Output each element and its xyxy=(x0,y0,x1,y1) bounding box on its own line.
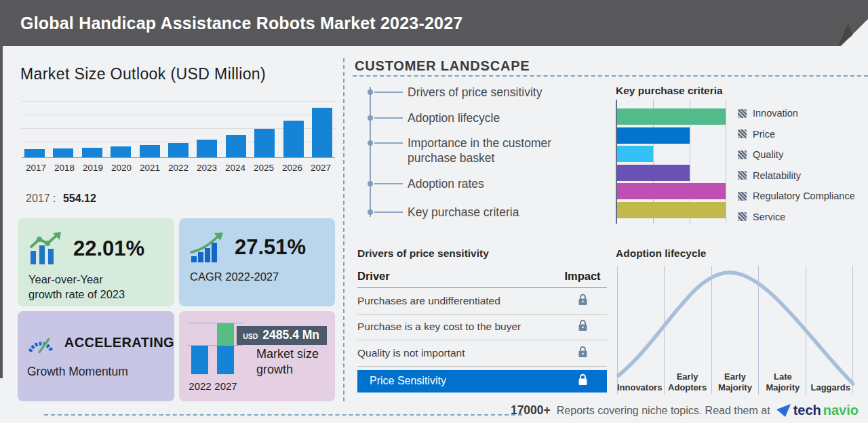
price-sensitivity-title: Drivers of price sensitivity xyxy=(357,247,489,260)
year-tick-2019: 2019 xyxy=(81,163,104,173)
year-tick-2026: 2026 xyxy=(281,163,304,173)
legend-swatch-icon xyxy=(738,212,747,221)
year-tick-2025: 2025 xyxy=(252,163,275,173)
criteria-bar-regulatory-compliance xyxy=(617,183,726,199)
year-tick-2018: 2018 xyxy=(53,163,76,173)
currency-label: USD xyxy=(243,332,258,340)
market-year-axis: 2017201820192020202120222023202420252026… xyxy=(24,163,332,173)
legend-swatch-icon xyxy=(738,129,747,138)
driver-label: Quality is not important xyxy=(357,347,465,359)
header-banner: Global Handicap Assistance Robots Market… xyxy=(0,0,868,46)
price-sensitivity-highlight-row: Price Sensitivity xyxy=(357,370,607,392)
legend-item: Price xyxy=(738,124,855,145)
technavio-triangle-icon xyxy=(776,404,791,418)
left-edge-strip xyxy=(0,46,3,378)
mini-bar-2022 xyxy=(191,346,208,374)
list-connector xyxy=(374,142,403,144)
page-title: Global Handicap Assistance Robots Market… xyxy=(20,14,462,33)
criteria-bar-price xyxy=(617,127,690,144)
key-purchase-criteria-chart xyxy=(616,100,726,224)
legend-swatch-icon xyxy=(738,109,747,118)
mini-year-2027: 2027 xyxy=(212,380,239,392)
vertical-divider xyxy=(343,58,344,401)
list-connector xyxy=(374,212,403,213)
momentum-label: Growth Momentum xyxy=(18,357,174,380)
legend-label: Service xyxy=(753,212,785,222)
legend-label: Regulatory Compliance xyxy=(753,190,855,201)
report-count: 17000+ xyxy=(511,403,551,418)
landscape-item-label: Importance in the customer purchase bask… xyxy=(408,136,601,166)
page-curl-decoration xyxy=(827,0,868,46)
mini-year-2022: 2022 xyxy=(186,380,214,392)
market-bar-2024 xyxy=(226,135,246,157)
market-bar-2018 xyxy=(53,148,73,157)
market-bar-2025 xyxy=(254,129,275,157)
cagr-value: 27.51% xyxy=(235,235,306,260)
legend-label: Relatability xyxy=(753,170,801,181)
market-outlook-title: Market Size Outlook (USD Million) xyxy=(20,65,266,83)
market-size-bar-chart xyxy=(22,94,335,158)
landscape-item: Key purchase criteria xyxy=(355,205,519,220)
incremental-value: 2485.4 Mn xyxy=(262,328,319,342)
legend-label: Innovation xyxy=(753,108,798,119)
price-sensitivity-table: Driver Impact Purchases are undifferenti… xyxy=(357,270,607,392)
year-tick-2017: 2017 xyxy=(24,163,47,173)
incremental-growth-card: 2022 2027 USD 2485.4 Mn Market size grow… xyxy=(179,311,335,401)
momentum-value: ACCELERATING xyxy=(64,335,174,350)
market-bar-2019 xyxy=(82,148,102,157)
driver-label: Purchases are undifferentiated xyxy=(357,295,500,307)
legend-item: Quality xyxy=(738,144,855,165)
landscape-item: Adoption lifecycle xyxy=(355,110,500,125)
mini-bar-2027 xyxy=(217,323,234,374)
footer: 17000+ Reports covering niche topics. Re… xyxy=(511,403,859,418)
year-tick-2021: 2021 xyxy=(138,163,161,173)
list-dot xyxy=(368,140,373,146)
stage-label-late-majority: Late Majority xyxy=(759,371,806,395)
lock-icon xyxy=(558,294,607,308)
landscape-item: Importance in the customer purchase bask… xyxy=(355,136,601,166)
market-bar-2026 xyxy=(283,121,304,157)
year-tick-2020: 2020 xyxy=(110,163,133,173)
criteria-bar-service xyxy=(617,202,726,218)
legend-label: Price xyxy=(753,129,775,140)
driver-label: Purchase is a key cost to the buyer xyxy=(357,321,521,333)
legend-item: Relatability xyxy=(738,165,855,186)
landscape-item-label: Adoption lifecycle xyxy=(408,110,500,125)
gridline xyxy=(726,100,726,224)
lock-icon xyxy=(558,319,607,334)
legend-item: Regulatory Compliance xyxy=(738,186,855,207)
year-tick-2022: 2022 xyxy=(167,163,190,173)
customer-landscape-title: CUSTOMER LANDSCAPE xyxy=(355,58,530,74)
impact-column-header: Impact xyxy=(558,270,607,283)
lock-icon xyxy=(558,374,607,388)
driver-row: Purchase is a key cost to the buyer xyxy=(357,315,607,341)
stage-label-innovators: Innovators xyxy=(616,382,663,395)
lock-icon xyxy=(558,346,607,361)
market-bar-2017 xyxy=(24,149,45,157)
market-bar-2022 xyxy=(168,143,189,157)
landscape-item: Adoption rates xyxy=(355,176,484,191)
landscape-item-label: Key purchase criteria xyxy=(408,205,519,220)
bar-chart-growth-icon xyxy=(28,232,64,266)
criteria-bar-innovation xyxy=(617,108,726,125)
gridline xyxy=(187,323,243,324)
growth-momentum-card: ACCELERATING Growth Momentum xyxy=(18,311,174,401)
highlight-label: Price Sensitivity xyxy=(357,375,446,387)
market-bar-2023 xyxy=(197,140,217,157)
legend-swatch-icon xyxy=(738,150,747,159)
stage-label-early-adopters: Early Adopters xyxy=(663,371,711,395)
list-dot xyxy=(368,89,373,95)
criteria-bar-relatability xyxy=(617,165,690,181)
footer-text: Reports covering niche topics. Read them… xyxy=(557,405,770,417)
market-bar-2027 xyxy=(312,108,332,157)
legend-swatch-icon xyxy=(738,192,747,201)
driver-row: Quality is not important xyxy=(357,340,607,367)
footer-divider xyxy=(44,414,522,416)
adoption-lifecycle-stages: InnovatorsEarly AdoptersEarly MajorityLa… xyxy=(616,363,854,395)
list-connector xyxy=(374,92,403,93)
list-dot xyxy=(368,181,373,186)
customer-landscape-list: Drivers of price sensitivityAdoption lif… xyxy=(355,80,606,226)
technavio-logo[interactable]: technavio xyxy=(776,403,859,418)
key-purchase-criteria-legend: InnovationPriceQualityRelatabilityRegula… xyxy=(738,103,855,227)
base-year-label: 2017 : xyxy=(26,193,56,204)
